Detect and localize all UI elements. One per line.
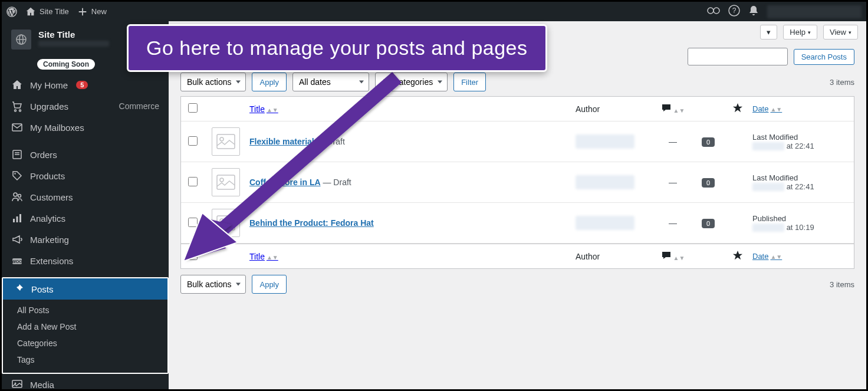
comments-count: — [652, 137, 693, 146]
toolbar-account[interactable] [767, 5, 862, 18]
svg-point-13 [14, 193, 17, 196]
featured-header[interactable] [723, 103, 752, 115]
sidebar-item-marketing[interactable]: Marketing [2, 229, 169, 250]
search-input[interactable] [688, 48, 788, 65]
toolbar-site-link[interactable]: Site Title [25, 6, 69, 17]
items-count-top: 3 items [830, 78, 854, 87]
wp-logo[interactable] [6, 6, 17, 17]
svg-rect-24 [217, 175, 235, 189]
items-count-bottom: 3 items [830, 280, 854, 289]
sidebar-item-upgrades[interactable]: Upgrades Commerce [2, 96, 169, 117]
svg-point-21 [15, 383, 17, 385]
annotation-callout: Go here to manage your posts and pages [127, 24, 547, 72]
filter-button[interactable]: Filter [453, 73, 486, 91]
author-name[interactable] [576, 134, 634, 149]
bulk-actions-select[interactable]: Bulk actions [180, 73, 246, 91]
star-icon [732, 103, 743, 113]
categories-select[interactable]: All Categories [375, 73, 448, 91]
select-all-checkbox-bottom[interactable] [188, 251, 198, 260]
sidebar-item-my-home[interactable]: My Home 5 [2, 74, 169, 96]
date-time: at 22:41 [787, 142, 814, 150]
sidebar-item-media[interactable]: Media [2, 374, 169, 389]
sidebar-item-customers[interactable]: Customers [2, 186, 169, 208]
date-label: Last Modified [752, 133, 847, 142]
title-footer[interactable]: Title▲▼ [249, 252, 278, 261]
author-header: Author [576, 104, 652, 114]
sidebar-item-extensions[interactable]: WOO Extensions [2, 250, 169, 271]
sidebar-item-label: Analytics [30, 213, 65, 224]
products-icon [11, 170, 23, 182]
post-title-link[interactable]: Behind the Product: Fedora Hat [249, 218, 374, 228]
likes-badge: 0 [702, 219, 715, 228]
row-checkbox[interactable] [188, 218, 198, 227]
sidebar-site-title: Site Title [38, 29, 109, 40]
apply-button-top[interactable]: Apply [252, 73, 287, 91]
admin-sidebar: Site Title Coming Soon My Home 5 Upgrade… [2, 21, 169, 389]
posts-submenu-section: Posts All Posts Add a New Post Categorie… [2, 277, 169, 374]
svg-point-12 [14, 173, 15, 174]
bulk-actions-select-bottom[interactable]: Bulk actions [180, 275, 246, 294]
select-all-checkbox[interactable] [188, 103, 198, 113]
sidebar-item-orders[interactable]: Orders [2, 144, 169, 165]
row-checkbox[interactable] [188, 136, 198, 146]
author-name[interactable] [576, 216, 634, 230]
post-status: — Draft [314, 137, 345, 146]
megaphone-icon [11, 234, 23, 245]
sidebar-item-right-label: Commerce [119, 101, 159, 111]
post-thumbnail [212, 209, 240, 237]
view-button[interactable]: View ▾ [823, 25, 858, 40]
featured-footer[interactable] [723, 250, 752, 262]
post-status: — Draft [321, 178, 351, 187]
likes-badge: 0 [702, 137, 715, 147]
table-header-row: Title▲▼ Author ▲▼ Date▲▼ [181, 97, 854, 121]
toolbar-reader-icon[interactable] [707, 6, 720, 17]
search-posts-button[interactable]: Search Posts [794, 49, 854, 65]
title-header[interactable]: Title▲▼ [249, 104, 278, 114]
row-checkbox[interactable] [188, 177, 198, 186]
date-value [752, 183, 784, 191]
submenu-categories[interactable]: Categories [3, 335, 167, 351]
svg-rect-22 [217, 134, 235, 149]
author-name[interactable] [576, 175, 634, 189]
sidebar-item-mailboxes[interactable]: My Mailboxes [2, 117, 169, 138]
help-button[interactable]: Help ▾ [783, 25, 817, 40]
site-icon [11, 29, 31, 50]
date-value [752, 224, 784, 232]
submenu-tags[interactable]: Tags [3, 351, 167, 368]
comments-header[interactable]: ▲▼ [652, 103, 693, 114]
date-header[interactable]: Date▲▼ [752, 104, 782, 113]
mail-icon [11, 121, 23, 133]
post-title-link[interactable]: Coffee store in LA [249, 178, 321, 187]
notification-badge: 5 [76, 81, 88, 89]
sidebar-item-analytics[interactable]: Analytics [2, 208, 169, 229]
post-title-link[interactable]: Flexible material [249, 137, 314, 146]
image-placeholder-icon [216, 175, 235, 190]
submenu-add-post[interactable]: Add a New Post [3, 318, 167, 335]
screen-options-button[interactable]: ▾ [760, 25, 777, 40]
date-footer[interactable]: Date▲▼ [752, 252, 782, 261]
sidebar-item-label: Posts [31, 284, 54, 294]
toolbar-new[interactable]: New [77, 6, 107, 17]
toolbar-help-icon[interactable]: ? [728, 5, 740, 18]
comments-footer[interactable]: ▲▼ [652, 251, 693, 262]
table-footer-row: Title▲▼ Author ▲▼ Date▲▼ [181, 244, 854, 268]
media-icon [11, 379, 23, 389]
admin-toolbar: Site Title New ? [2, 2, 866, 21]
sidebar-item-label: Products [30, 171, 65, 181]
submenu-all-posts[interactable]: All Posts [3, 302, 167, 318]
comments-count: — [652, 178, 693, 187]
home-icon [11, 79, 23, 91]
toolbar-notifications-icon[interactable] [748, 5, 759, 18]
post-thumbnail [212, 127, 240, 156]
svg-point-2 [714, 8, 719, 14]
sidebar-item-label: Marketing [30, 235, 69, 245]
table-row: Coffee store in LA — Draft — 0 Last Modi… [181, 162, 854, 203]
table-row: Flexible material — Draft — 0 Last Modif… [181, 121, 854, 162]
sidebar-item-label: Upgrades [30, 101, 68, 111]
sidebar-item-products[interactable]: Products [2, 165, 169, 186]
apply-button-bottom[interactable]: Apply [252, 275, 287, 294]
svg-point-25 [220, 178, 223, 182]
dates-select[interactable]: All dates [292, 73, 369, 91]
sidebar-item-posts[interactable]: Posts [3, 278, 167, 300]
orders-icon [11, 149, 23, 160]
